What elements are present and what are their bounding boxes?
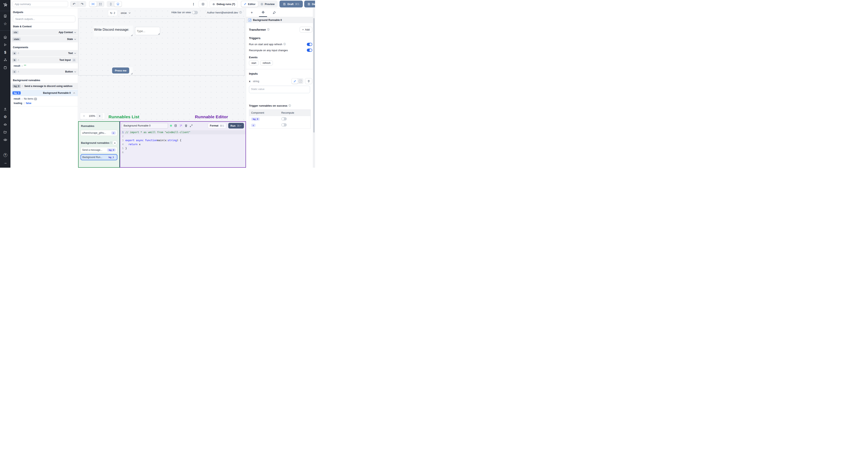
resize-handle[interactable] [131, 35, 132, 36]
resources-cubes-icon[interactable] [0, 56, 10, 64]
bg1-name: Background Runnable 0 [43, 92, 71, 94]
component-badge: c [251, 124, 255, 127]
runnable-editor-header: Format ⌘S Run ⌘↵ [120, 122, 246, 130]
b-type: Text Input [60, 59, 71, 61]
user-icon[interactable] [0, 105, 10, 113]
refresh-icon: ↻ [110, 11, 113, 15]
text-component-value: Write Discord message: [94, 26, 133, 32]
mobile-icon[interactable] [107, 1, 114, 7]
desktop-icon[interactable] [114, 1, 122, 7]
ai-wand-icon[interactable] [179, 124, 182, 127]
chevron-down-icon[interactable] [74, 38, 76, 39]
runnable-name-input[interactable] [122, 123, 168, 129]
chevron-up-icon[interactable] [72, 91, 76, 95]
connect-plug-icon[interactable] [305, 78, 312, 84]
add-transformer-button[interactable]: + Add [300, 27, 312, 33]
output-row-a[interactable]: a ☝ Text [10, 50, 78, 57]
help-icon[interactable]: ? [0, 151, 10, 159]
colon: : [22, 64, 23, 67]
refresh-count-button[interactable]: ↻ 2 [108, 10, 117, 16]
runnable-item-bg0[interactable]: Send a message... bg_0 [81, 147, 117, 153]
draft-button[interactable]: Draft ⌘S [279, 1, 303, 7]
variables-dollar-icon[interactable]: $ [0, 48, 10, 56]
output-row-c[interactable]: c ☝ Button [10, 68, 78, 75]
tab-insert-component[interactable]: + [246, 8, 257, 17]
workspace-icon[interactable] [0, 12, 10, 20]
code-editor[interactable]: 1 // import * as wmill from "windmill-cl… [120, 130, 246, 155]
fullscreen-icon[interactable] [97, 1, 104, 7]
favorites-star-icon[interactable]: ☆ [0, 20, 10, 28]
code-line: 4 return x [120, 142, 246, 146]
docs-book-icon[interactable] [198, 1, 207, 7]
redo-button[interactable]: ↷ [78, 1, 86, 7]
collapse-arrow-icon[interactable]: → [0, 159, 10, 166]
debug-runs-button[interactable]: Debug runs (7) [210, 1, 238, 7]
debug-runs-label: Debug runs (7) [217, 3, 235, 6]
press-me-button[interactable]: Press me [112, 67, 129, 73]
kebab-menu[interactable]: ⋮ [191, 2, 196, 7]
search-outputs-input[interactable] [13, 16, 75, 22]
event-start-pill[interactable]: start [249, 60, 258, 65]
tab-preview[interactable]: Preview [258, 1, 277, 7]
runs-play-icon[interactable] [0, 41, 10, 48]
tab-component-settings[interactable] [257, 8, 269, 17]
output-row-ctx[interactable]: ctx App Context [10, 29, 78, 36]
runnable-item-script[interactable]: u/henri/scrape_githu... c [81, 130, 117, 136]
zoom-out-button[interactable]: − [80, 114, 88, 118]
output-row-state[interactable]: state State [10, 36, 78, 42]
chevron-down-icon[interactable] [74, 31, 76, 33]
text-component[interactable]: Write Discord message: [94, 26, 133, 36]
eval-function-icon[interactable]: f [298, 78, 303, 84]
info-icon[interactable]: ⓘ [239, 11, 242, 14]
home-icon[interactable] [0, 33, 10, 41]
tab-styling-brush[interactable] [269, 8, 280, 17]
chevron-up-icon[interactable] [72, 59, 76, 62]
text-input-component[interactable] [135, 27, 160, 35]
format-button[interactable]: Format ⌘S [208, 123, 226, 129]
status-dot [170, 125, 172, 127]
resize-handle[interactable] [158, 33, 159, 35]
deploy-button[interactable]: Deploy [304, 1, 315, 7]
center-layout-icon[interactable] [89, 1, 97, 7]
output-row-b[interactable]: b ☝ Text Input [10, 57, 78, 63]
add-label: Add [305, 28, 310, 31]
resize-handle[interactable] [131, 73, 132, 74]
recompute-toggle[interactable] [281, 117, 287, 121]
output-row-bg1[interactable]: bg_1 Background Runnable 0 [10, 90, 78, 96]
run-on-start-toggle[interactable] [307, 43, 312, 46]
cache-database-icon[interactable] [174, 124, 177, 127]
panel-scrollbar-thumb[interactable] [313, 18, 315, 133]
schedule-dropdown[interactable]: once [121, 10, 130, 16]
delete-trash-icon[interactable] [184, 124, 188, 127]
settings-gear-icon[interactable]: ⚙ [0, 113, 10, 121]
run-button[interactable]: Run ⌘↵ [228, 123, 244, 129]
static-pencil-icon[interactable] [292, 78, 298, 84]
static-value-textarea[interactable] [249, 86, 310, 93]
audit-eye-icon[interactable] [0, 136, 10, 143]
recompute-toggle[interactable] [281, 123, 287, 127]
output-row-bg0[interactable]: bg_0 ☝ Send a message to discord using w… [10, 83, 78, 89]
loading-key: loading [14, 102, 22, 105]
app-summary-input[interactable] [12, 1, 68, 7]
event-refresh-pill[interactable]: refresh [260, 60, 273, 65]
undo-button[interactable]: ↶ [70, 1, 78, 7]
folders-icon[interactable] [0, 128, 10, 136]
zoom-in-button[interactable]: + [96, 113, 103, 119]
tab-editor[interactable]: Editor [241, 1, 258, 7]
hide-bar-toggle[interactable] [192, 11, 198, 14]
schedules-calendar-icon[interactable] [0, 64, 10, 71]
expand-editor-icon[interactable] [190, 124, 193, 127]
chevron-down-icon[interactable] [74, 70, 76, 72]
state-badge: state [12, 38, 21, 41]
discord-message-input[interactable] [137, 27, 157, 35]
pointer-hand-icon: ☝ [18, 52, 19, 55]
chevron-down-icon[interactable] [74, 52, 76, 54]
workers-robot-icon[interactable] [0, 121, 10, 128]
section-components: Components [10, 43, 78, 50]
windmill-logo-icon[interactable] [0, 0, 10, 10]
runnable-item-bg1-selected[interactable]: Background Run... bg_1 [81, 154, 117, 160]
info-icon: ⓘ [110, 141, 112, 144]
add-background-runnable-button[interactable]: + [112, 140, 117, 145]
recompute-toggle[interactable] [307, 48, 312, 52]
line-number: 4 [120, 142, 125, 146]
